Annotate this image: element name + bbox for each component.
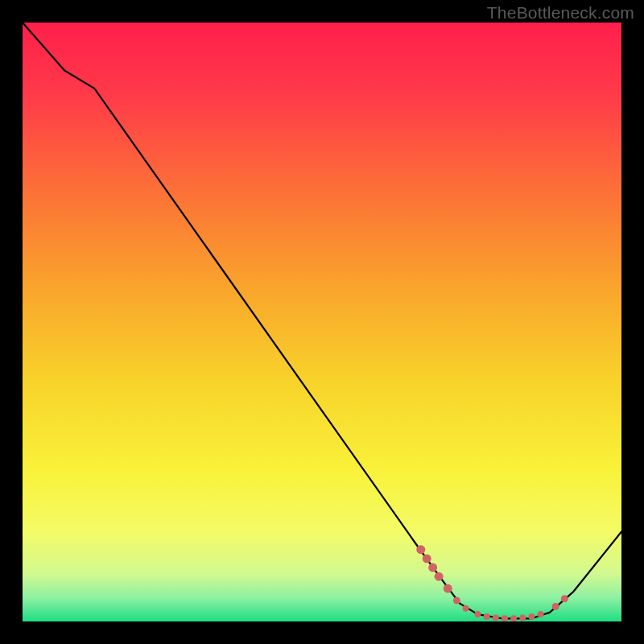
- data-marker: [463, 605, 469, 612]
- plot-area: [23, 23, 621, 621]
- data-marker: [444, 584, 452, 593]
- data-marker: [423, 554, 431, 563]
- data-marker: [428, 564, 437, 572]
- data-marker: [493, 615, 499, 621]
- data-marker: [552, 603, 559, 610]
- data-marker: [416, 545, 425, 554]
- data-marker: [435, 572, 444, 581]
- data-marker: [519, 615, 526, 621]
- data-marker: [538, 611, 544, 617]
- watermark-text: TheBottleneck.com: [487, 3, 634, 23]
- data-marker: [453, 597, 460, 604]
- data-marker: [510, 615, 517, 621]
- data-marker: [528, 613, 535, 620]
- data-marker: [561, 595, 568, 602]
- chart-svg: [23, 23, 621, 621]
- chart-stage: TheBottleneck.com: [0, 0, 644, 644]
- data-marker: [502, 615, 508, 621]
- data-marker: [484, 613, 490, 620]
- data-marker: [474, 611, 481, 617]
